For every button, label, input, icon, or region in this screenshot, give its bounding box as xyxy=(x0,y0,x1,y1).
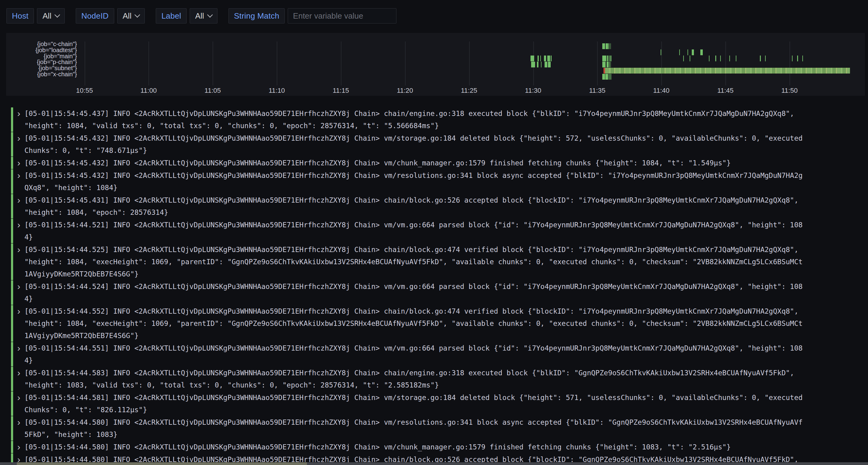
gridline xyxy=(277,41,277,86)
variable-label-text: NodeID xyxy=(81,11,108,21)
volume-bar xyxy=(679,49,680,55)
nodeid-variable-dropdown[interactable]: All xyxy=(117,8,145,24)
chart-legend: {job="c-chain"}{job="loadtest"}{job="mai… xyxy=(6,41,77,77)
volume-bar xyxy=(611,43,611,49)
variable-label-string-match[interactable]: String Match xyxy=(228,8,285,24)
log-row[interactable]: ›[05-01|15:54:45.432] INFO <2AcRkXTLLtQj… xyxy=(11,169,863,194)
gridline xyxy=(789,41,790,86)
expand-log-chevron-icon[interactable]: › xyxy=(13,416,25,441)
variable-label-host[interactable]: Host xyxy=(6,8,34,24)
expand-log-chevron-icon[interactable]: › xyxy=(13,157,25,169)
grafana-dashboard: Host All NodeID All Label All xyxy=(0,0,868,24)
bottom-partial-row xyxy=(0,462,868,465)
log-row[interactable]: ›[05-01|15:54:44.581] INFO <2AcRkXTLLtQj… xyxy=(11,392,863,416)
legend-item[interactable]: {job="subnet"} xyxy=(6,65,77,71)
expand-log-chevron-icon[interactable]: › xyxy=(13,441,25,453)
expand-log-chevron-icon[interactable]: › xyxy=(13,132,25,157)
legend-item[interactable]: {job="c-chain"} xyxy=(6,41,77,47)
expand-log-chevron-icon[interactable]: › xyxy=(13,305,25,342)
log-row[interactable]: ›[05-01|15:54:44.580] INFO <2AcRkXTLLtQj… xyxy=(11,441,863,453)
time-tick-label: 10:55 xyxy=(76,87,93,95)
log-level-indicator xyxy=(11,416,13,441)
variable-label-label[interactable]: Label xyxy=(156,8,187,24)
log-row[interactable]: ›[05-01|15:54:45.432] INFO <2AcRkXTLLtQj… xyxy=(11,157,863,169)
volume-bar xyxy=(610,56,611,61)
expand-log-chevron-icon[interactable]: › xyxy=(13,392,25,416)
chevron-down-icon xyxy=(135,12,140,18)
log-message: [05-01|15:54:45.431] INFO <2AcRkXTLLtQjv… xyxy=(25,194,803,219)
log-level-indicator xyxy=(11,305,13,342)
time-tick-label: 11:20 xyxy=(397,87,413,95)
expand-log-chevron-icon[interactable]: › xyxy=(13,280,25,305)
expand-log-chevron-icon[interactable]: › xyxy=(13,169,25,194)
log-row[interactable]: ›[05-01|15:54:44.524] INFO <2AcRkXTLLtQj… xyxy=(11,280,863,305)
gridline xyxy=(725,41,726,86)
volume-bar xyxy=(609,43,609,49)
variable-group-nodeid: NodeID All xyxy=(76,8,145,24)
log-row[interactable]: ›[05-01|15:54:44.525] INFO <2AcRkXTLLtQj… xyxy=(11,243,863,280)
log-message: [05-01|15:54:45.432] INFO <2AcRkXTLLtQjv… xyxy=(25,157,803,169)
label-variable-value: All xyxy=(195,11,204,21)
log-row[interactable]: ›[05-01|15:54:45.432] INFO <2AcRkXTLLtQj… xyxy=(11,132,863,157)
log-row[interactable]: ›[05-01|15:54:44.583] INFO <2AcRkXTLLtQj… xyxy=(11,367,863,391)
log-row[interactable]: ›[05-01|15:54:45.431] INFO <2AcRkXTLLtQj… xyxy=(11,194,863,219)
time-tick-label: 11:15 xyxy=(333,87,349,95)
volume-bar xyxy=(709,56,710,61)
variable-group-host: Host All xyxy=(6,8,65,24)
volume-bar xyxy=(687,49,688,55)
string-match-input[interactable] xyxy=(288,8,397,24)
volume-bar xyxy=(605,68,850,73)
volume-bar xyxy=(690,56,690,61)
log-level-indicator xyxy=(11,367,13,391)
log-message: [05-01|15:54:44.583] INFO <2AcRkXTLLtQjv… xyxy=(25,367,803,391)
log-volume-plot xyxy=(81,35,861,86)
gridline xyxy=(213,41,213,86)
log-message: [05-01|15:54:44.551] INFO <2AcRkXTLLtQjv… xyxy=(25,342,803,366)
expand-log-chevron-icon[interactable]: › xyxy=(13,194,25,219)
legend-item[interactable]: {job="loadtest"} xyxy=(6,47,77,54)
log-message: [05-01|15:54:44.580] INFO <2AcRkXTLLtQjv… xyxy=(25,416,803,441)
volume-bar xyxy=(610,43,610,49)
log-list: ›[05-01|15:54:45.437] INFO <2AcRkXTLLtQj… xyxy=(11,107,863,465)
label-variable-dropdown[interactable]: All xyxy=(190,8,217,24)
expand-log-chevron-icon[interactable]: › xyxy=(13,342,25,366)
host-variable-dropdown[interactable]: All xyxy=(37,8,65,24)
log-level-indicator xyxy=(11,392,13,416)
expand-log-chevron-icon[interactable]: › xyxy=(13,367,25,391)
gridline xyxy=(85,41,85,86)
volume-bar xyxy=(692,49,694,55)
expand-log-chevron-icon[interactable]: › xyxy=(13,107,25,132)
volume-bar xyxy=(611,74,612,80)
log-message: [05-01|15:54:44.524] INFO <2AcRkXTLLtQjv… xyxy=(25,280,803,305)
volume-bar xyxy=(609,56,609,61)
volume-bar xyxy=(537,56,539,61)
volume-bar xyxy=(541,62,541,67)
log-message: [05-01|15:54:44.552] INFO <2AcRkXTLLtQjv… xyxy=(25,305,803,342)
volume-bar xyxy=(661,49,661,55)
variable-label-text: Label xyxy=(161,11,181,21)
variable-group-label: Label All xyxy=(156,8,217,24)
volume-bar xyxy=(609,62,610,67)
log-row[interactable]: ›[05-01|15:54:44.580] INFO <2AcRkXTLLtQj… xyxy=(11,416,863,441)
volume-bar xyxy=(720,56,721,61)
log-row[interactable]: ›[05-01|15:54:44.551] INFO <2AcRkXTLLtQj… xyxy=(11,342,863,366)
gridline xyxy=(597,41,598,86)
volume-bar xyxy=(551,56,552,61)
log-row[interactable]: ›[05-01|15:54:44.552] INFO <2AcRkXTLLtQj… xyxy=(11,305,863,342)
legend-item[interactable]: {job="x-chain"} xyxy=(6,71,77,77)
volume-bar xyxy=(602,62,606,67)
log-message: [05-01|15:54:44.525] INFO <2AcRkXTLLtQjv… xyxy=(25,243,803,280)
variable-label-nodeid[interactable]: NodeID xyxy=(76,8,114,24)
log-level-indicator xyxy=(11,280,13,305)
volume-bar xyxy=(607,56,608,61)
volume-bar xyxy=(602,56,606,61)
variable-group-string-match: String Match xyxy=(228,8,397,24)
log-message: [05-01|15:54:45.432] INFO <2AcRkXTLLtQjv… xyxy=(25,132,803,157)
gridline xyxy=(341,41,341,86)
log-row[interactable]: ›[05-01|15:54:44.521] INFO <2AcRkXTLLtQj… xyxy=(11,219,863,243)
expand-log-chevron-icon[interactable]: › xyxy=(13,219,25,243)
expand-log-chevron-icon[interactable]: › xyxy=(13,243,25,280)
chevron-down-icon xyxy=(54,12,60,18)
log-row[interactable]: ›[05-01|15:54:45.437] INFO <2AcRkXTLLtQj… xyxy=(11,107,863,132)
log-level-indicator xyxy=(11,107,13,132)
